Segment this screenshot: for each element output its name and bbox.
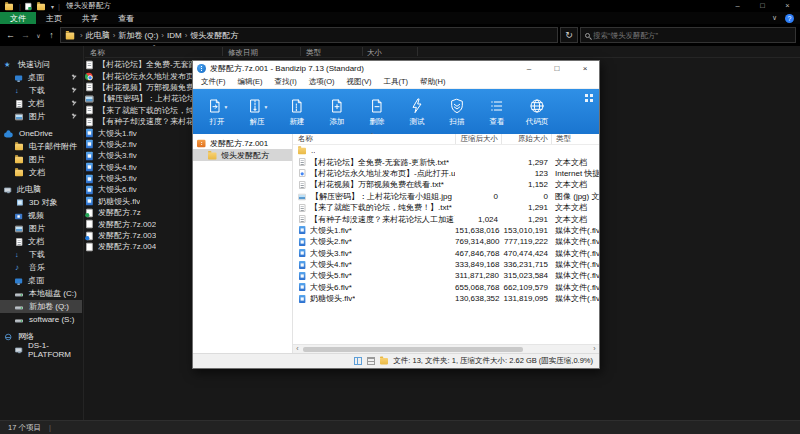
ribbon-tab[interactable]: 文件	[0, 12, 36, 24]
toolbar-button[interactable]: ▾ 代码页	[517, 91, 557, 134]
archive-row[interactable]: 大馒头2.flv* 769,314,800 777,119,222 媒体文件(.…	[293, 236, 599, 247]
close-button[interactable]: ×	[571, 61, 599, 76]
scrollbar-thumb[interactable]	[303, 347, 523, 352]
properties-icon[interactable]	[25, 2, 31, 9]
column-separator[interactable]	[362, 47, 363, 56]
archive-row[interactable]: 【解压密码】：上村花论坛看小姐姐.jpg 0 0 图像 (jpg) 文件	[293, 191, 599, 202]
column-header-name[interactable]: 名称	[90, 48, 105, 58]
breadcrumb-item[interactable]: IDM	[167, 31, 182, 40]
qat-dropdown-icon[interactable]: ▾	[51, 3, 54, 10]
sidebar-item[interactable]: 下载	[0, 84, 82, 97]
archive-row[interactable]: 【有种子却没速度？来村花论坛人工加速】.txt* 1,024 1,291 文本文…	[293, 213, 599, 224]
sidebar-item[interactable]: 图片	[0, 222, 82, 235]
menu-item[interactable]: 视图(V)	[341, 77, 378, 87]
sidebar-item[interactable]: 文档	[0, 235, 82, 248]
toolbar-button[interactable]: ▾ 删除	[357, 91, 397, 134]
forward-icon[interactable]: →	[19, 30, 32, 40]
maximize-button[interactable]: □	[750, 0, 775, 12]
archive-row[interactable]: 【村花视频】万部视频免费在线看.txt* 1,152 文本文档	[293, 179, 599, 190]
sidebar-item[interactable]: 视频	[0, 209, 82, 222]
sidebar-item[interactable]: 下载	[0, 248, 82, 261]
search-input[interactable]	[593, 31, 791, 40]
grid-view-icon[interactable]	[354, 357, 362, 365]
help-icon[interactable]: ?	[785, 14, 794, 23]
sidebar-item[interactable]: 3D 对象	[0, 196, 82, 209]
sidebar-item[interactable]: 本地磁盘 (C:)	[0, 287, 82, 300]
breadcrumb-item[interactable]: 新加卷 (Q:)	[118, 30, 158, 41]
open-folder-icon[interactable]	[380, 357, 388, 365]
breadcrumb-item[interactable]: 此电脑	[86, 30, 110, 41]
search-box[interactable]	[580, 27, 796, 43]
sidebar-item[interactable]: 音乐	[0, 261, 82, 274]
sidebar-item[interactable]: 文档	[0, 97, 82, 110]
sidebar-item[interactable]: 图片	[0, 153, 82, 166]
toolbar-button[interactable]: ▾ 解压	[237, 91, 277, 134]
toolbar-button[interactable]: ▾ 打开	[197, 91, 237, 134]
sidebar-item[interactable]: 文档	[0, 166, 82, 179]
history-dropdown-icon[interactable]: ∨	[34, 32, 43, 39]
toolbar-button[interactable]: ▾ 扫描	[437, 91, 477, 134]
sidebar-item[interactable]: 电子邮件附件	[0, 140, 82, 153]
up-icon[interactable]: ↑	[45, 30, 58, 40]
panel-layout-icon[interactable]	[585, 94, 593, 102]
archive-row[interactable]: 大馒头5.flv* 311,871,280 315,023,584 媒体文件(.…	[293, 270, 599, 281]
scroll-left-icon[interactable]: ‹	[293, 345, 302, 353]
column-header-date[interactable]: 修改日期	[228, 48, 258, 58]
maximize-button[interactable]: □	[543, 61, 571, 76]
ribbon-collapse-icon[interactable]: ∨	[772, 14, 777, 22]
archive-row[interactable]: ..	[293, 145, 599, 156]
column-header-original[interactable]: 原始大小	[501, 134, 551, 144]
sidebar-item[interactable]: DS-1-PLATFORM	[0, 343, 82, 356]
column-separator[interactable]	[300, 47, 301, 56]
archive-row[interactable]: 【村花论坛永久地址发布页】-点此打开.url* 123 Internet 快捷方…	[293, 168, 599, 179]
horizontal-scrollbar[interactable]: ‹ ›	[293, 344, 599, 353]
ribbon-tab[interactable]: 主页	[36, 12, 72, 24]
toolbar-button[interactable]: ▾ 查看	[477, 91, 517, 134]
minimize-button[interactable]: –	[725, 0, 750, 12]
column-separator[interactable]	[417, 47, 418, 56]
toolbar-button[interactable]: ▾ 测试	[397, 91, 437, 134]
menu-item[interactable]: 文件(F)	[195, 77, 232, 87]
tree-item[interactable]: 馒头发酵配方	[193, 149, 292, 161]
toolbar-button[interactable]: ▾ 新建	[277, 91, 317, 134]
dropdown-caret-icon[interactable]: ▾	[265, 104, 268, 110]
sidebar-item[interactable]: 桌面	[0, 71, 82, 84]
close-button[interactable]: ×	[775, 0, 800, 12]
sidebar-item[interactable]: OneDrive	[0, 127, 82, 140]
sidebar-item[interactable]: 图片	[0, 110, 82, 123]
archive-row[interactable]: 奶糖馒头.flv* 130,638,352 131,819,095 媒体文件(.…	[293, 293, 599, 304]
menu-item[interactable]: 帮助(H)	[414, 77, 451, 87]
archive-row[interactable]: 【来了就能下载的论坛，纯免费！】.txt* 1,291 文本文档	[293, 202, 599, 213]
sidebar-item[interactable]: 新加卷 (Q:)	[0, 300, 82, 313]
minimize-button[interactable]: –	[515, 61, 543, 76]
ribbon-tab[interactable]: 共享	[72, 12, 108, 24]
ribbon-tab[interactable]: 查看	[108, 12, 144, 24]
column-header-type[interactable]: 类型	[551, 134, 599, 144]
column-header-compressed[interactable]: 压缩后大小	[455, 134, 501, 144]
breadcrumb-item[interactable]: 馒头发酵配方	[190, 30, 238, 41]
archive-row[interactable]: 大馒头1.flv* 151,638,016 153,010,191 媒体文件(.…	[293, 225, 599, 236]
address-bar[interactable]: › 此电脑 › 新加卷 (Q:) › IDM › 馒头发酵配方	[60, 27, 558, 43]
scroll-right-icon[interactable]: ›	[590, 345, 599, 353]
column-header-size[interactable]: 大小	[367, 48, 382, 58]
tree-item[interactable]: 发酵配方.7z.001	[193, 137, 292, 149]
column-header-name[interactable]: 名称	[293, 134, 455, 144]
menu-item[interactable]: 查找(I)	[269, 77, 303, 87]
archive-row[interactable]: 大馒头4.flv* 333,849,168 336,231,715 媒体文件(.…	[293, 259, 599, 270]
column-header-type[interactable]: 类型	[306, 48, 321, 58]
refresh-button[interactable]: ↻	[560, 27, 578, 43]
sidebar-item[interactable]: 桌面	[0, 274, 82, 287]
column-separator[interactable]	[222, 47, 223, 56]
menu-item[interactable]: 编辑(E)	[232, 77, 269, 87]
sidebar-item[interactable]: 此电脑	[0, 183, 82, 196]
menu-item[interactable]: 选项(O)	[303, 77, 341, 87]
toolbar-button[interactable]: ▾ 添加	[317, 91, 357, 134]
archive-row[interactable]: 大馒头3.flv* 467,846,768 470,474,424 媒体文件(.…	[293, 248, 599, 259]
menu-item[interactable]: 工具(T)	[378, 77, 415, 87]
archive-row[interactable]: 大馒头6.flv* 655,068,768 662,109,579 媒体文件(.…	[293, 282, 599, 293]
archive-row[interactable]: 【村花论坛】全免费-无套路-更新快.txt* 1,297 文本文档	[293, 156, 599, 167]
back-icon[interactable]: ←	[4, 30, 17, 40]
sidebar-item[interactable]: 快速访问	[0, 58, 82, 71]
sidebar-item[interactable]: software (S:)	[0, 313, 82, 326]
dropdown-caret-icon[interactable]: ▾	[225, 104, 228, 110]
